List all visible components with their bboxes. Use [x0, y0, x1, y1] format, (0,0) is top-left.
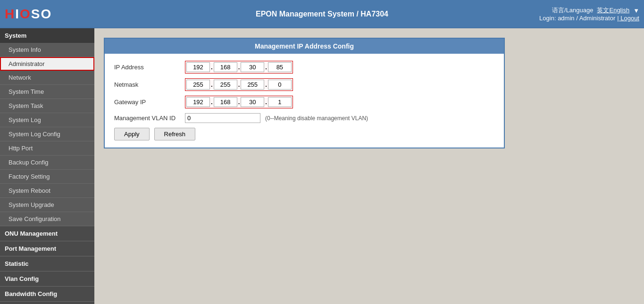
sidebar-item-network[interactable]: Network: [0, 71, 94, 85]
sidebar-item-system-reboot[interactable]: System Reboot: [0, 184, 94, 198]
ip-address-row: IP Address . . .: [114, 61, 494, 74]
login-info: Login: admin / Administrator: [539, 15, 615, 22]
ip-address-octet1[interactable]: [186, 62, 210, 72]
gateway-ip-fields: . . .: [185, 96, 293, 108]
sidebar-group-olt-mac-config[interactable]: OLT Mac Config: [0, 302, 94, 304]
config-body: IP Address . . . Netmask: [105, 54, 504, 148]
logo-text: HIOSO: [5, 7, 52, 22]
netmask-label: Netmask: [114, 81, 185, 88]
button-row: Apply Refresh: [114, 128, 494, 140]
sidebar-item-http-port[interactable]: Http Port: [0, 141, 94, 156]
chevron-down-icon: ▼: [633, 7, 639, 14]
netmask-octet4[interactable]: [268, 80, 292, 90]
sidebar-item-system-log[interactable]: System Log: [0, 113, 94, 127]
logout-link[interactable]: | Logout: [617, 15, 639, 22]
layout: System System Info Administrator Network…: [0, 28, 644, 304]
vlan-hint: (0--Meaning disable management VLAN): [265, 115, 368, 122]
vlan-id-row: Management VLAN ID (0--Meaning disable m…: [114, 113, 494, 123]
gateway-ip-label: Gateway IP: [114, 99, 185, 106]
nm-sep-1: .: [210, 81, 214, 88]
netmask-row: Netmask . . .: [114, 78, 494, 91]
sidebar-item-system-log-config[interactable]: System Log Config: [0, 127, 94, 141]
sidebar-item-system-task[interactable]: System Task: [0, 99, 94, 113]
header-right: 语言/Language 英文English ▼ Login: admin / A…: [539, 6, 639, 22]
sidebar-group-port-management[interactable]: Port Management: [0, 241, 94, 256]
gateway-ip-octet4[interactable]: [268, 97, 292, 107]
config-panel: Management IP Address Config IP Address …: [104, 38, 505, 148]
sidebar-item-save-configuration[interactable]: Save Configuration: [0, 212, 94, 226]
gateway-ip-row: Gateway IP . . .: [114, 96, 494, 108]
sidebar-item-backup-config[interactable]: Backup Config: [0, 156, 94, 170]
ip-address-fields: . . .: [185, 61, 293, 74]
sidebar-group-vlan-config[interactable]: Vlan Config: [0, 271, 94, 287]
netmask-octet1[interactable]: [186, 80, 210, 90]
gw-sep-1: .: [210, 99, 214, 106]
language-label: 语言/Language: [552, 6, 593, 15]
gw-sep-2: .: [237, 99, 241, 106]
refresh-button[interactable]: Refresh: [154, 128, 196, 140]
ip-address-octet2[interactable]: [214, 62, 237, 72]
sidebar: System System Info Administrator Network…: [0, 28, 94, 304]
language-row: 语言/Language 英文English ▼: [552, 6, 639, 15]
sidebar-group-statistic[interactable]: Statistic: [0, 256, 94, 271]
vlan-id-label: Management VLAN ID: [114, 115, 185, 122]
sidebar-group-bandwidth-config[interactable]: Bandwidth Config: [0, 287, 94, 302]
sidebar-item-system-upgrade[interactable]: System Upgrade: [0, 198, 94, 212]
ip-sep-3: .: [264, 64, 268, 71]
sidebar-group-onu-management[interactable]: ONU Management: [0, 226, 94, 241]
ip-address-octet4[interactable]: [268, 62, 292, 72]
sidebar-item-system-info[interactable]: System Info: [0, 43, 94, 57]
login-row: Login: admin / Administrator | Logout: [539, 15, 639, 22]
vlan-id-input[interactable]: [185, 113, 260, 123]
ip-address-label: IP Address: [114, 64, 185, 71]
netmask-fields: . . .: [185, 78, 293, 91]
sidebar-item-administrator[interactable]: Administrator: [0, 57, 94, 71]
netmask-octet2[interactable]: [214, 80, 237, 90]
sidebar-item-system-time[interactable]: System Time: [0, 85, 94, 99]
logo: HIOSO: [5, 7, 52, 22]
gateway-ip-octet2[interactable]: [214, 97, 237, 107]
gw-sep-3: .: [264, 99, 268, 106]
nm-sep-2: .: [237, 81, 241, 88]
ip-sep-2: .: [237, 64, 241, 71]
gateway-ip-octet1[interactable]: [186, 97, 210, 107]
language-value[interactable]: 英文English: [597, 6, 629, 15]
header: HIOSO EPON Management System / HA7304 语言…: [0, 0, 644, 28]
config-title: Management IP Address Config: [105, 39, 504, 54]
sidebar-group-system: System: [0, 28, 94, 43]
main-content: Management IP Address Config IP Address …: [94, 28, 644, 304]
nm-sep-3: .: [264, 81, 268, 88]
sidebar-item-factory-setting[interactable]: Factory Setting: [0, 170, 94, 184]
header-title: EPON Management System / HA7304: [256, 10, 388, 18]
apply-button[interactable]: Apply: [114, 128, 150, 140]
gateway-ip-octet3[interactable]: [241, 97, 264, 107]
netmask-octet3[interactable]: [241, 80, 264, 90]
ip-sep-1: .: [210, 64, 214, 71]
ip-address-octet3[interactable]: [241, 62, 264, 72]
